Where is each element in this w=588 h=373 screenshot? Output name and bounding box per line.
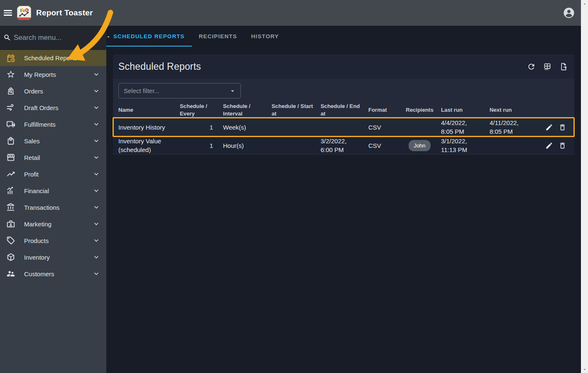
chevron-down-icon[interactable]: [92, 236, 100, 245]
badge-icon: [6, 219, 16, 229]
sidebar-item-financial[interactable]: Financial: [0, 182, 106, 199]
cell-interval: Hour(s): [223, 141, 272, 150]
sidebar-item-label: Sales: [24, 137, 92, 145]
chevron-down-icon[interactable]: [92, 137, 100, 145]
cell-next-run: 4/11/2022, 8:05 PM: [490, 118, 542, 136]
cell-next-run: [490, 141, 542, 150]
sidebar-item-label: Profit: [24, 171, 92, 178]
col-schedule-end-at: Schedule / End at: [321, 103, 368, 118]
chevron-down-icon[interactable]: [92, 120, 100, 128]
sidebar-item-draft-orders[interactable]: Draft Orders: [0, 99, 106, 116]
app-title: Report Toaster: [36, 8, 93, 17]
cell-format: CSV: [368, 123, 402, 132]
bag-search-icon: [6, 86, 16, 96]
chevron-down-icon[interactable]: [92, 70, 100, 79]
chevron-down-icon[interactable]: [92, 103, 100, 112]
sidebar-item-my-reports[interactable]: My Reports: [0, 66, 106, 83]
refresh-icon[interactable]: [527, 62, 536, 71]
chevron-down-icon[interactable]: [92, 270, 100, 278]
sidebar-item-fulfillments[interactable]: Fulfillments: [0, 116, 106, 133]
col-schedule-start-at: Schedule / Start at: [272, 103, 321, 118]
sidebar-item-retail[interactable]: Retail: [0, 149, 106, 166]
col-last-run: Last run: [441, 106, 490, 114]
cell-last-run: 4/4/2022, 8:05 PM: [441, 118, 490, 136]
main-content: SCHEDULED REPORTS RECIPIENTS HISTORY Sch…: [106, 26, 581, 373]
chevron-down-icon[interactable]: [92, 203, 100, 211]
cell-recipients: John: [402, 140, 441, 151]
table-row-inventory-history[interactable]: Inventory History 1 Week(s) CSV 4/4/2022…: [113, 118, 574, 137]
sidebar-item-label: Orders: [24, 88, 92, 95]
topbar: Report Toaster: [0, 0, 581, 26]
chevron-down-icon[interactable]: [92, 153, 100, 162]
col-next-run: Next run: [490, 106, 542, 114]
table-columns-icon[interactable]: [543, 62, 552, 71]
sidebar-item-scheduled-reports[interactable]: Scheduled Reports: [0, 50, 106, 66]
sidebar-item-label: Scheduled Reports: [24, 54, 100, 61]
chevron-down-icon[interactable]: [92, 170, 100, 178]
sidebar: Scheduled Reports My Reports Orders: [0, 26, 106, 373]
tab-bar: SCHEDULED REPORTS RECIPIENTS HISTORY: [106, 26, 581, 47]
edit-pencil-icon[interactable]: [545, 123, 553, 131]
cell-every: 1: [180, 123, 223, 132]
edit-pencil-icon[interactable]: [545, 141, 553, 150]
bank-icon: [6, 202, 16, 212]
scroll-down-arrow-icon[interactable]: [581, 366, 588, 373]
search-icon: [3, 34, 11, 42]
row-actions: [542, 141, 569, 150]
bar-chart-arrow-icon: [6, 186, 16, 196]
storefront-icon: [6, 152, 16, 162]
sidebar-item-label: Inventory: [24, 254, 92, 261]
cell-last-run: 3/1/2022, 11:13 PM: [441, 137, 490, 154]
search-dropdown-caret-icon[interactable]: [105, 34, 111, 42]
tab-history[interactable]: HISTORY: [244, 26, 286, 47]
scheduled-reports-card: Scheduled Reports: [113, 54, 574, 155]
sidebar-item-label: Draft Orders: [24, 104, 92, 111]
filter-bar: Select filter...: [113, 79, 574, 102]
chevron-down-icon[interactable]: [92, 220, 100, 228]
sidebar-item-products[interactable]: Products: [0, 232, 106, 249]
sidebar-item-customers[interactable]: Customers: [0, 265, 106, 282]
filter-select[interactable]: Select filter...: [118, 83, 241, 98]
row-actions: [542, 123, 569, 131]
col-name: Name: [118, 106, 180, 114]
chevron-down-icon[interactable]: [92, 87, 100, 95]
delete-trash-icon[interactable]: [558, 141, 566, 150]
shopping-bag-icon: [6, 136, 16, 146]
sidebar-item-sales[interactable]: Sales: [0, 133, 106, 149]
card-header: Scheduled Reports: [113, 54, 574, 79]
sidebar-item-profit[interactable]: Profit: [0, 166, 106, 182]
tab-scheduled-reports[interactable]: SCHEDULED REPORTS: [106, 26, 192, 47]
col-format: Format: [368, 106, 402, 114]
tag-icon: [6, 236, 16, 245]
browser-scrollbar[interactable]: [581, 0, 588, 373]
table-row-inventory-value[interactable]: Inventory Value (scheduled) 1 Hour(s) 3/…: [113, 137, 574, 155]
scroll-up-arrow-icon[interactable]: [581, 0, 588, 7]
sidebar-item-inventory[interactable]: Inventory: [0, 249, 106, 265]
cell-name: Inventory Value (scheduled): [118, 137, 180, 154]
trending-up-icon: [6, 169, 16, 179]
chevron-down-icon[interactable]: [92, 186, 100, 195]
sidebar-item-orders[interactable]: Orders: [0, 83, 106, 99]
filter-placeholder: Select filter...: [124, 87, 229, 94]
tab-recipients[interactable]: RECIPIENTS: [192, 26, 244, 47]
search-input[interactable]: [14, 34, 105, 42]
sidebar-item-marketing[interactable]: Marketing: [0, 216, 106, 232]
table-header: Name Schedule / Every Schedule / Interva…: [113, 102, 574, 118]
recipient-chip[interactable]: John: [409, 140, 430, 151]
account-circle-icon[interactable]: [563, 7, 575, 19]
sidebar-item-label: Fulfillments: [24, 121, 92, 128]
cell-interval: Week(s): [223, 123, 272, 132]
people-icon: [6, 269, 16, 279]
export-file-icon[interactable]: [559, 62, 568, 71]
col-recipients: Recipients: [402, 106, 441, 114]
delete-trash-icon[interactable]: [558, 123, 566, 131]
truck-icon: [6, 119, 16, 129]
sidebar-item-transactions[interactable]: Transactions: [0, 199, 106, 216]
col-schedule-interval: Schedule / Interval: [223, 103, 272, 118]
cell-end-at: 3/2/2022, 6:00 PM: [321, 137, 368, 154]
sidebar-item-label: My Reports: [24, 71, 92, 78]
hamburger-menu-icon[interactable]: [4, 10, 12, 16]
chevron-down-icon[interactable]: [92, 253, 100, 261]
page-title: Scheduled Reports: [118, 61, 201, 72]
calendar-clock-icon: [6, 53, 16, 63]
